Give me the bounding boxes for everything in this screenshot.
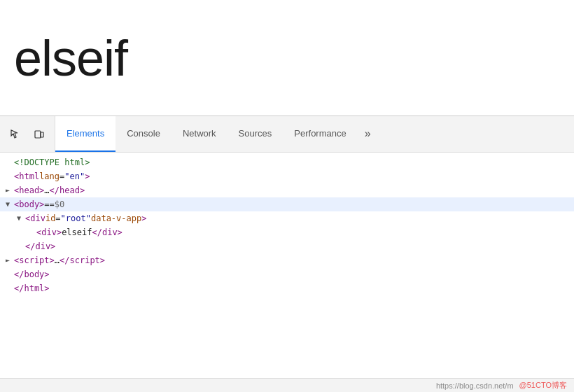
devtools-toolbar: Elements Console Network Sources Perform… [0, 116, 574, 153]
tab-performance[interactable]: Performance [283, 116, 357, 152]
tab-sources[interactable]: Sources [227, 116, 284, 152]
device-toggle-icon[interactable] [29, 125, 49, 144]
devtools-panel: Elements Console Network Sources Perform… [0, 115, 574, 392]
code-line[interactable]: <!DOCTYPE html> [0, 155, 574, 169]
code-line[interactable]: <html lang="en"> [0, 169, 574, 183]
devtools-tabs: Elements Console Network Sources Perform… [55, 116, 574, 152]
code-panel[interactable]: <!DOCTYPE html><html lang="en">►<head>…<… [0, 153, 574, 378]
status-url: https://blog.csdn.net/m [436, 382, 514, 390]
page-title: elseif [14, 29, 127, 87]
page-content: elseif [0, 0, 574, 115]
svg-rect-1 [41, 132, 43, 137]
status-badge: @51CTO博客 [519, 380, 567, 391]
code-line[interactable]: </body> [0, 267, 574, 281]
tab-more[interactable]: » [358, 116, 378, 152]
tab-elements[interactable]: Elements [55, 116, 115, 152]
code-line[interactable]: ►<head>…</head> [0, 183, 574, 197]
svg-rect-0 [35, 131, 41, 138]
expand-arrow[interactable]: ▼ [17, 211, 25, 225]
toolbar-icons [0, 116, 55, 152]
tab-console[interactable]: Console [115, 116, 172, 152]
inspect-element-icon[interactable] [6, 125, 25, 144]
code-line[interactable]: ▼<div id="root" data-v-app> [0, 211, 574, 225]
expand-arrow[interactable]: ► [6, 253, 14, 267]
code-line[interactable]: ▼<body> == $0 [0, 197, 574, 211]
code-line[interactable]: <div>elseif</div> [0, 225, 574, 239]
code-line[interactable]: </div> [0, 239, 574, 253]
status-bar: https://blog.csdn.net/m @51CTO博客 [0, 378, 574, 392]
expand-arrow[interactable]: ▼ [6, 197, 14, 211]
tab-network[interactable]: Network [172, 116, 227, 152]
code-line[interactable]: </html> [0, 281, 574, 295]
code-line[interactable]: ►<script>…</script> [0, 253, 574, 267]
expand-arrow[interactable]: ► [6, 183, 14, 197]
